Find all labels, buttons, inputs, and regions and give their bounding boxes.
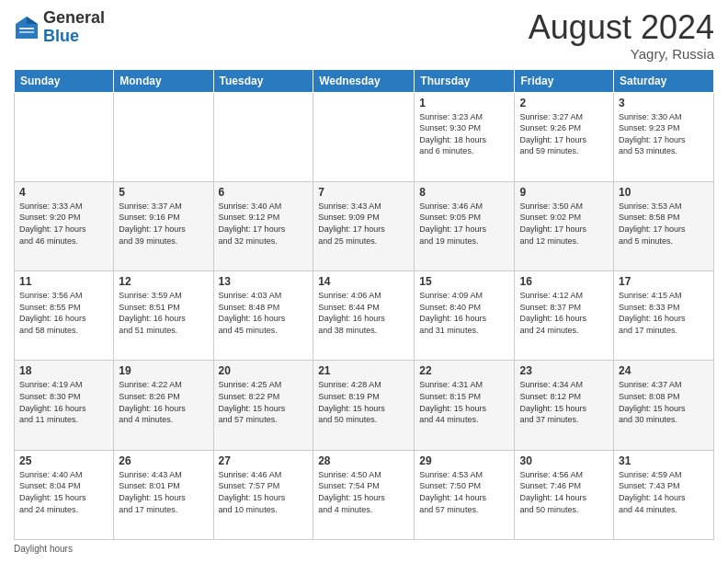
- day-info: Sunrise: 4:50 AM Sunset: 7:54 PM Dayligh…: [318, 469, 409, 515]
- day-number: 3: [619, 97, 709, 109]
- day-cell: 29Sunrise: 4:53 AM Sunset: 7:50 PM Dayli…: [415, 450, 515, 539]
- day-cell: 7Sunrise: 3:43 AM Sunset: 9:09 PM Daylig…: [313, 181, 415, 270]
- col-friday: Friday: [515, 69, 614, 92]
- logo-blue-text: Blue: [43, 27, 79, 45]
- day-info: Sunrise: 4:59 AM Sunset: 7:43 PM Dayligh…: [619, 469, 709, 515]
- day-cell: 25Sunrise: 4:40 AM Sunset: 8:04 PM Dayli…: [15, 450, 114, 539]
- day-cell: [114, 92, 213, 181]
- page: General Blue August 2024 Yagry, Russia S…: [0, 0, 728, 563]
- day-number: 1: [419, 97, 509, 109]
- day-number: 10: [619, 186, 709, 199]
- day-number: 7: [318, 186, 409, 199]
- day-info: Sunrise: 4:19 AM Sunset: 8:30 PM Dayligh…: [19, 379, 108, 425]
- col-sunday: Sunday: [15, 69, 114, 92]
- day-cell: 12Sunrise: 3:59 AM Sunset: 8:51 PM Dayli…: [114, 271, 213, 361]
- title-block: August 2024 Yagry, Russia: [529, 9, 714, 62]
- svg-rect-3: [19, 31, 34, 33]
- day-info: Sunrise: 3:56 AM Sunset: 8:55 PM Dayligh…: [19, 290, 108, 336]
- day-number: 17: [619, 275, 709, 288]
- day-cell: 11Sunrise: 3:56 AM Sunset: 8:55 PM Dayli…: [15, 271, 114, 361]
- day-number: 15: [419, 275, 509, 288]
- day-cell: 10Sunrise: 3:53 AM Sunset: 8:58 PM Dayli…: [614, 181, 714, 270]
- logo-icon: [14, 15, 40, 40]
- col-thursday: Thursday: [415, 69, 515, 92]
- svg-marker-1: [27, 17, 38, 24]
- day-cell: 26Sunrise: 4:43 AM Sunset: 8:01 PM Dayli…: [114, 450, 213, 539]
- day-number: 5: [119, 186, 208, 199]
- day-number: 29: [419, 454, 509, 467]
- day-cell: 2Sunrise: 3:27 AM Sunset: 9:26 PM Daylig…: [515, 92, 614, 181]
- day-info: Sunrise: 4:53 AM Sunset: 7:50 PM Dayligh…: [419, 469, 509, 515]
- day-cell: 16Sunrise: 4:12 AM Sunset: 8:37 PM Dayli…: [515, 271, 614, 361]
- day-number: 14: [318, 275, 409, 288]
- daylight-hours-label: Daylight hours: [14, 544, 73, 554]
- location-title: Yagry, Russia: [529, 46, 714, 62]
- day-info: Sunrise: 4:15 AM Sunset: 8:33 PM Dayligh…: [619, 290, 709, 336]
- day-cell: 1Sunrise: 3:23 AM Sunset: 9:30 PM Daylig…: [415, 92, 515, 181]
- header-row: Sunday Monday Tuesday Wednesday Thursday…: [15, 69, 714, 92]
- svg-rect-2: [19, 28, 34, 29]
- day-cell: 18Sunrise: 4:19 AM Sunset: 8:30 PM Dayli…: [15, 361, 114, 450]
- day-number: 25: [19, 454, 108, 467]
- day-info: Sunrise: 4:34 AM Sunset: 8:12 PM Dayligh…: [519, 379, 609, 425]
- day-cell: 23Sunrise: 4:34 AM Sunset: 8:12 PM Dayli…: [515, 361, 614, 450]
- day-info: Sunrise: 4:06 AM Sunset: 8:44 PM Dayligh…: [318, 290, 409, 336]
- day-info: Sunrise: 4:37 AM Sunset: 8:08 PM Dayligh…: [619, 379, 709, 425]
- day-number: 26: [119, 454, 208, 467]
- day-cell: 27Sunrise: 4:46 AM Sunset: 7:57 PM Dayli…: [213, 450, 313, 539]
- day-info: Sunrise: 3:43 AM Sunset: 9:09 PM Dayligh…: [318, 201, 409, 247]
- col-saturday: Saturday: [614, 69, 714, 92]
- day-cell: 28Sunrise: 4:50 AM Sunset: 7:54 PM Dayli…: [313, 450, 415, 539]
- day-cell: 3Sunrise: 3:30 AM Sunset: 9:23 PM Daylig…: [614, 92, 714, 181]
- day-number: 22: [419, 364, 509, 377]
- day-cell: 24Sunrise: 4:37 AM Sunset: 8:08 PM Dayli…: [614, 361, 714, 450]
- day-info: Sunrise: 4:03 AM Sunset: 8:48 PM Dayligh…: [219, 290, 309, 336]
- day-number: 16: [519, 275, 609, 288]
- day-info: Sunrise: 4:43 AM Sunset: 8:01 PM Dayligh…: [119, 469, 208, 515]
- day-cell: 13Sunrise: 4:03 AM Sunset: 8:48 PM Dayli…: [213, 271, 313, 361]
- day-info: Sunrise: 3:40 AM Sunset: 9:12 PM Dayligh…: [219, 201, 309, 247]
- week-row-2: 4Sunrise: 3:33 AM Sunset: 9:20 PM Daylig…: [15, 181, 714, 270]
- day-cell: 21Sunrise: 4:28 AM Sunset: 8:19 PM Dayli…: [313, 361, 415, 450]
- day-info: Sunrise: 3:23 AM Sunset: 9:30 PM Dayligh…: [419, 111, 509, 157]
- day-cell: 5Sunrise: 3:37 AM Sunset: 9:16 PM Daylig…: [114, 181, 213, 270]
- day-number: 12: [119, 275, 208, 288]
- day-number: 27: [219, 454, 309, 467]
- day-info: Sunrise: 4:12 AM Sunset: 8:37 PM Dayligh…: [519, 290, 609, 336]
- week-row-3: 11Sunrise: 3:56 AM Sunset: 8:55 PM Dayli…: [15, 271, 714, 361]
- day-info: Sunrise: 3:27 AM Sunset: 9:26 PM Dayligh…: [519, 111, 609, 157]
- col-tuesday: Tuesday: [213, 69, 313, 92]
- day-cell: 20Sunrise: 4:25 AM Sunset: 8:22 PM Dayli…: [213, 361, 313, 450]
- day-number: 18: [19, 364, 108, 377]
- day-number: 9: [519, 186, 609, 199]
- day-number: 2: [519, 97, 609, 109]
- col-monday: Monday: [114, 69, 213, 92]
- calendar-table: Sunday Monday Tuesday Wednesday Thursday…: [14, 69, 714, 540]
- logo-text: General Blue: [43, 9, 105, 46]
- day-info: Sunrise: 4:46 AM Sunset: 7:57 PM Dayligh…: [219, 469, 309, 515]
- day-number: 19: [119, 364, 208, 377]
- day-cell: [15, 92, 114, 181]
- day-info: Sunrise: 3:46 AM Sunset: 9:05 PM Dayligh…: [419, 201, 509, 247]
- day-info: Sunrise: 3:37 AM Sunset: 9:16 PM Dayligh…: [119, 201, 208, 247]
- day-info: Sunrise: 3:30 AM Sunset: 9:23 PM Dayligh…: [619, 111, 709, 157]
- day-info: Sunrise: 3:33 AM Sunset: 9:20 PM Dayligh…: [19, 201, 108, 247]
- day-cell: 19Sunrise: 4:22 AM Sunset: 8:26 PM Dayli…: [114, 361, 213, 450]
- day-cell: 22Sunrise: 4:31 AM Sunset: 8:15 PM Dayli…: [415, 361, 515, 450]
- day-info: Sunrise: 4:56 AM Sunset: 7:46 PM Dayligh…: [519, 469, 609, 515]
- day-info: Sunrise: 3:53 AM Sunset: 8:58 PM Dayligh…: [619, 201, 709, 247]
- day-info: Sunrise: 4:22 AM Sunset: 8:26 PM Dayligh…: [119, 379, 208, 425]
- day-number: 21: [318, 364, 409, 377]
- day-number: 30: [519, 454, 609, 467]
- day-cell: 31Sunrise: 4:59 AM Sunset: 7:43 PM Dayli…: [614, 450, 714, 539]
- day-number: 6: [219, 186, 309, 199]
- day-cell: [213, 92, 313, 181]
- day-info: Sunrise: 4:40 AM Sunset: 8:04 PM Dayligh…: [19, 469, 108, 515]
- day-number: 23: [519, 364, 609, 377]
- day-cell: 15Sunrise: 4:09 AM Sunset: 8:40 PM Dayli…: [415, 271, 515, 361]
- day-info: Sunrise: 4:09 AM Sunset: 8:40 PM Dayligh…: [419, 290, 509, 336]
- week-row-1: 1Sunrise: 3:23 AM Sunset: 9:30 PM Daylig…: [15, 92, 714, 181]
- day-number: 20: [219, 364, 309, 377]
- day-cell: 6Sunrise: 3:40 AM Sunset: 9:12 PM Daylig…: [213, 181, 313, 270]
- day-info: Sunrise: 3:50 AM Sunset: 9:02 PM Dayligh…: [519, 201, 609, 247]
